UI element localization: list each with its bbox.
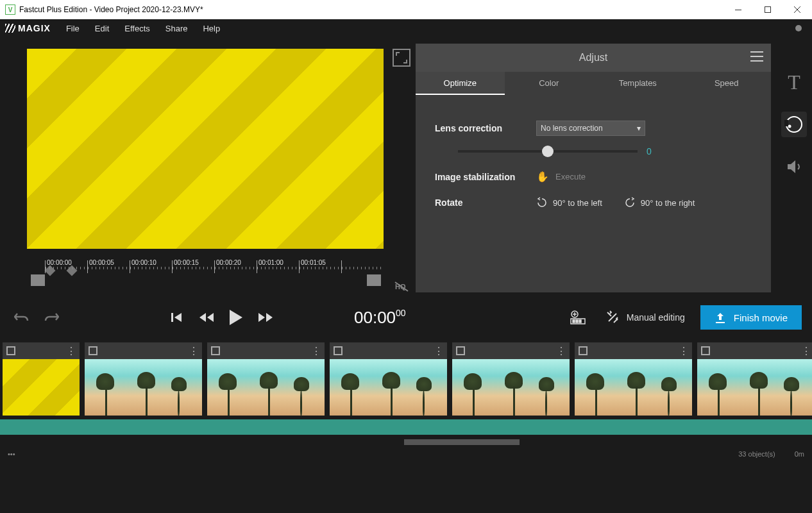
range-end-handle[interactable]	[367, 274, 381, 286]
clip-checkbox[interactable]	[701, 346, 710, 355]
status-duration: 0m	[795, 450, 804, 458]
chevron-down-icon: ▾	[637, 124, 641, 133]
right-pane: Adjust Optimize Color Templates Speed Le…	[410, 37, 812, 298]
clip-item[interactable]: ⋮ 00:002118.jpg	[85, 342, 202, 416]
clip-thumbnail[interactable]: 00:000418.jpg	[330, 359, 447, 416]
tool-strip: T	[776, 44, 812, 292]
tab-templates[interactable]: Templates	[593, 72, 682, 95]
adjust-tabs: Optimize Color Templates Speed	[416, 72, 771, 95]
rotate-right-icon	[624, 197, 636, 208]
play-button[interactable]	[224, 306, 248, 329]
audio-tool-button[interactable]	[781, 154, 807, 180]
menu-help[interactable]: Help	[196, 21, 226, 36]
svg-line-3	[794, 6, 800, 13]
clip-menu-button[interactable]: ⋮	[556, 345, 566, 357]
clip-menu-button[interactable]: ⋮	[434, 345, 443, 357]
clip-menu-button[interactable]: ⋮	[311, 345, 321, 357]
skip-start-button[interactable]	[165, 306, 189, 329]
range-slider[interactable]	[27, 274, 405, 286]
hq-toggle[interactable]: HQ	[393, 280, 410, 294]
lens-correction-label: Lens correction	[435, 123, 525, 133]
clip-thumbnail[interactable]: 00:020218.jpg	[452, 359, 570, 416]
upload-icon	[715, 312, 726, 323]
svg-rect-8	[171, 313, 173, 322]
menu-edit[interactable]: Edit	[89, 21, 115, 36]
audio-track[interactable]	[0, 419, 812, 435]
playback-controls: 00:0000 Manual editing Finish movie	[0, 298, 812, 337]
svg-point-7	[788, 125, 791, 128]
tab-speed[interactable]: Speed	[682, 72, 772, 95]
lens-slider-thumb[interactable]	[542, 146, 554, 157]
clips-row: ⋮ 4.jpg ⋮ 00:002118.jpg ⋮ 00:001418.jpg …	[0, 342, 812, 416]
timeline: ⋮ 4.jpg ⋮ 00:002118.jpg ⋮ 00:001418.jpg …	[0, 337, 812, 446]
clip-thumbnail[interactable]: 00:001418.jpg	[207, 359, 325, 416]
tab-optimize[interactable]: Optimize	[416, 72, 505, 95]
svg-rect-0	[735, 10, 741, 10]
clip-item[interactable]: ⋮ 00:020218.jpg	[452, 342, 570, 416]
status-dot	[795, 25, 802, 31]
clip-menu-button[interactable]: ⋮	[801, 345, 811, 357]
svg-rect-1	[765, 7, 771, 13]
clip-item[interactable]: ⋮ 00:000418.jpg	[575, 342, 692, 416]
window-title: Fastcut Plus Edition - Video Project 202…	[19, 5, 203, 14]
rotate-label: Rotate	[435, 198, 525, 208]
forward-button[interactable]	[254, 306, 277, 329]
lens-correction-select[interactable]: No lens correction ▾	[536, 121, 645, 136]
tab-color[interactable]: Color	[505, 72, 594, 95]
timeline-scrollbar[interactable]	[0, 437, 812, 446]
minimize-button[interactable]	[723, 0, 753, 19]
clip-thumbnail[interactable]: 4.jpg	[3, 359, 80, 416]
manual-editing-button[interactable]: Manual editing	[596, 305, 694, 330]
menu-share[interactable]: Share	[159, 21, 194, 36]
lens-slider-value: 0	[647, 146, 652, 156]
tools-icon	[605, 310, 620, 325]
range-start-handle[interactable]	[31, 274, 45, 286]
brand-logo: MAGIX	[5, 23, 51, 33]
clip-checkbox[interactable]	[6, 346, 15, 355]
clip-thumbnail[interactable]: 00:000418.jpg	[697, 359, 812, 416]
clip-thumbnail[interactable]: 00:002118.jpg	[85, 359, 202, 416]
svg-line-5	[395, 282, 408, 291]
clip-item[interactable]: ⋮ 00:000418.jpg	[697, 342, 812, 416]
adjust-tool-button[interactable]	[781, 112, 807, 137]
rotate-right-button[interactable]: 90° to the right	[624, 197, 695, 208]
rewind-button[interactable]	[195, 306, 218, 329]
status-objects: 33 object(s)	[738, 450, 775, 458]
clip-item[interactable]: ⋮ 4.jpg	[3, 342, 80, 416]
maximize-button[interactable]	[753, 0, 782, 19]
import-media-button[interactable]	[566, 306, 589, 329]
svg-point-6	[786, 117, 802, 132]
clip-thumbnail[interactable]: 00:000418.jpg	[575, 359, 692, 416]
clip-header: ⋮	[575, 342, 692, 359]
clip-menu-button[interactable]: ⋮	[189, 345, 198, 357]
clip-header: ⋮	[697, 342, 812, 359]
panel-menu-button[interactable]	[750, 51, 763, 62]
rotate-left-button[interactable]: 90° to the left	[536, 197, 602, 208]
close-button[interactable]	[782, 0, 812, 19]
stabilization-execute-button[interactable]: ✋ Execute	[536, 171, 586, 183]
svg-rect-10	[571, 319, 585, 324]
clip-checkbox[interactable]	[334, 346, 343, 355]
clip-menu-button[interactable]: ⋮	[679, 345, 688, 357]
finish-movie-button[interactable]: Finish movie	[700, 305, 802, 330]
clip-checkbox[interactable]	[211, 346, 220, 355]
undo-button[interactable]	[10, 306, 33, 329]
clip-item[interactable]: ⋮ 00:000418.jpg	[330, 342, 447, 416]
lens-slider[interactable]	[458, 150, 638, 153]
clip-item[interactable]: ⋮ 00:001418.jpg	[207, 342, 325, 416]
redo-button[interactable]	[40, 306, 63, 329]
text-tool-button[interactable]: T	[781, 69, 807, 95]
clip-checkbox[interactable]	[456, 346, 465, 355]
clip-checkbox[interactable]	[579, 346, 588, 355]
fullscreen-button[interactable]	[393, 49, 410, 67]
menu-file[interactable]: File	[60, 21, 86, 36]
video-preview[interactable]	[27, 49, 384, 249]
svg-rect-13	[579, 320, 581, 323]
app-icon: V	[5, 4, 15, 15]
stabilization-label: Image stabilization	[435, 172, 525, 182]
scrollbar-thumb[interactable]	[404, 439, 520, 445]
clip-checkbox[interactable]	[89, 346, 97, 355]
clip-menu-button[interactable]: ⋮	[66, 345, 76, 357]
svg-rect-11	[573, 320, 575, 323]
menu-effects[interactable]: Effects	[118, 21, 156, 36]
